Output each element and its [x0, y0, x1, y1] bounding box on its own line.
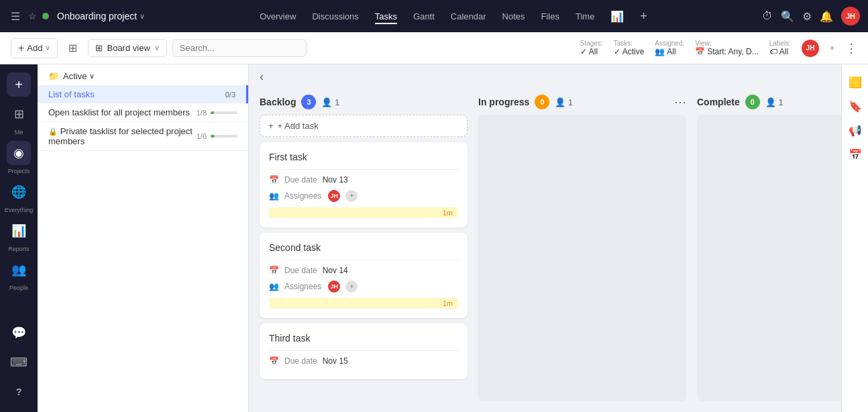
- complete-badge: 0: [745, 95, 760, 109]
- toolbar-meta: Stages: ✓ All Tasks: ✓ Active Assigned: …: [580, 40, 857, 57]
- tasks-meta: Tasks: ✓ Active: [614, 40, 645, 56]
- task-list-private-name: 🔒 Private tasklist for selected project …: [48, 126, 197, 146]
- right-toolbar: 🟨 🔖 📢 📅: [841, 64, 868, 412]
- sidebar-item-people[interactable]: 👥: [7, 258, 31, 282]
- add-button[interactable]: + Add ∨: [11, 38, 58, 58]
- bell-icon[interactable]: 🔔: [820, 10, 833, 23]
- task-list-item-private[interactable]: 🔒 Private tasklist for selected project …: [38, 122, 248, 151]
- board-view-icon: ⊞: [95, 43, 103, 53]
- toolbar: + Add ∨ ⊞ ⊞ Board view ∨ Stages: ✓ All T…: [0, 32, 868, 64]
- view-meta-value: 📅 Start: Any, D...: [695, 47, 758, 56]
- task-list-item-open[interactable]: Open tasklist for all project members 1/…: [38, 103, 248, 122]
- nav-tasks[interactable]: Tasks: [375, 9, 397, 24]
- sidebar-people-section: 👥 People: [7, 258, 31, 291]
- right-calendar-icon[interactable]: 📅: [846, 145, 865, 164]
- right-bookmark-icon[interactable]: 🔖: [846, 97, 865, 115]
- left-panel-header: 📁 Active ∨: [38, 64, 248, 85]
- inprogress-title: In progress: [478, 97, 529, 107]
- add-task-button[interactable]: + + Add task: [260, 115, 468, 137]
- toolbar-avatar[interactable]: JH: [802, 40, 819, 57]
- calendar-icon: 📅: [695, 47, 705, 56]
- hamburger-icon[interactable]: ☰: [8, 7, 23, 25]
- view-meta-label: View:: [695, 40, 758, 47]
- task-card-first[interactable]: First task 📅 Due date Nov 13 👥 Assignees…: [260, 142, 468, 227]
- task-title-second: Second task: [269, 242, 458, 253]
- clock-icon[interactable]: ⏱: [762, 10, 773, 22]
- sidebar-add-section: +: [7, 72, 31, 97]
- sidebar-help-icon[interactable]: ?: [7, 380, 31, 404]
- sidebar-chat-icon[interactable]: 💬: [7, 321, 31, 345]
- tasks-value: ✓ Active: [614, 47, 645, 56]
- folder-icon: 📁: [48, 71, 59, 81]
- task-list-private-progress: 1/6: [197, 132, 237, 140]
- task-list-open-name: Open tasklist for all project members: [48, 107, 190, 117]
- sidebar-everything-section: 🌐 Everything: [5, 180, 34, 213]
- nav-time[interactable]: Time: [576, 9, 594, 24]
- assignees-label-first: Assignees: [284, 191, 321, 201]
- assignees-icon-second: 👥: [269, 282, 279, 291]
- active-chevron-icon: ∨: [89, 72, 95, 81]
- nav-files[interactable]: Files: [541, 9, 559, 24]
- sidebar-item-me[interactable]: ⊞: [7, 102, 31, 126]
- nav-right: ⏱ 🔍 ⚙ 🔔 JH: [762, 7, 860, 25]
- sidebar-everything-label: Everything: [5, 207, 34, 213]
- board-header-row: ‹: [249, 64, 841, 89]
- view-chevron-icon: ∨: [154, 44, 160, 52]
- right-yellow-icon[interactable]: 🟨: [846, 72, 865, 91]
- nav-gantt[interactable]: Gantt: [413, 9, 435, 24]
- nav-discussions[interactable]: Discussions: [312, 9, 358, 24]
- active-dropdown[interactable]: Active ∨: [63, 71, 95, 81]
- labels-label: Labels:: [769, 40, 791, 47]
- user-avatar[interactable]: JH: [841, 7, 860, 25]
- sidebar-add-button[interactable]: +: [7, 72, 31, 97]
- sidebar-people-label: People: [9, 285, 28, 291]
- gear-icon[interactable]: ⚙: [802, 10, 812, 23]
- stages-label: Stages:: [580, 40, 603, 47]
- project-name[interactable]: Onboarding project ∨: [57, 11, 145, 21]
- complete-assignee: 👤 1: [765, 97, 783, 107]
- nav-notes[interactable]: Notes: [502, 9, 525, 24]
- toolbar-more-icon[interactable]: ⋮: [845, 41, 857, 56]
- due-label-first: Due date: [284, 175, 317, 185]
- assignees-row-first: JH +: [327, 189, 359, 203]
- search-input[interactable]: [172, 39, 307, 57]
- task-list-count: 0/3: [225, 91, 235, 99]
- stages-value: ✓ All: [580, 47, 603, 56]
- task-assignees-first: 👥 Assignees JH +: [269, 189, 458, 203]
- filter-button[interactable]: ⊞: [63, 39, 83, 57]
- assignees-row-second: JH +: [327, 279, 359, 294]
- toolbar-avatar-plus[interactable]: +: [830, 44, 834, 53]
- sidebar-reports-section: 📊 Reports: [7, 219, 31, 252]
- due-label-third: Due date: [284, 356, 317, 366]
- chart-icon[interactable]: 📊: [610, 10, 624, 23]
- lock-icon: 🔒: [48, 127, 58, 136]
- project-chevron-icon: ∨: [140, 12, 145, 21]
- inprogress-more-icon[interactable]: ⋯: [674, 95, 686, 109]
- collapse-panel-button[interactable]: ‹: [254, 67, 269, 87]
- time-badge-first: 1m: [269, 207, 458, 218]
- star-icon[interactable]: ☆: [28, 11, 37, 21]
- nav-calendar[interactable]: Calendar: [451, 9, 486, 24]
- assignee-more-second[interactable]: +: [344, 279, 359, 294]
- sidebar-item-everything[interactable]: 🌐: [7, 180, 31, 204]
- sidebar-me-section: ⊞ Me: [7, 102, 31, 136]
- sidebar-keyboard-icon[interactable]: ⌨: [7, 350, 31, 374]
- task-card-third[interactable]: Third task 📅 Due date Nov 15: [260, 323, 468, 379]
- nav-overview[interactable]: Overview: [260, 9, 296, 24]
- sidebar-item-projects[interactable]: ◉: [7, 141, 31, 165]
- right-megaphone-icon[interactable]: 📢: [846, 121, 865, 140]
- search-icon[interactable]: 🔍: [781, 10, 794, 23]
- labels-meta: Labels: 🏷 All: [769, 40, 791, 56]
- plus-icon[interactable]: +: [640, 9, 647, 23]
- calendar-icon3: 📅: [269, 356, 279, 366]
- calendar-icon: 📅: [269, 175, 279, 185]
- task-card-second[interactable]: Second task 📅 Due date Nov 14 👥 Assignee…: [260, 233, 468, 318]
- sidebar-item-reports[interactable]: 📊: [7, 219, 31, 243]
- task-list-item-selected[interactable]: List of tasks 0/3: [38, 85, 248, 103]
- board-column-inprogress: In progress 0 👤 1 ⋯: [478, 89, 686, 401]
- assignee-more-first[interactable]: +: [344, 189, 359, 203]
- projects-icon: ◉: [13, 146, 24, 160]
- divider3: [269, 350, 458, 351]
- view-button[interactable]: ⊞ Board view ∨: [88, 39, 166, 57]
- task-assignees-second: 👥 Assignees JH +: [269, 279, 458, 294]
